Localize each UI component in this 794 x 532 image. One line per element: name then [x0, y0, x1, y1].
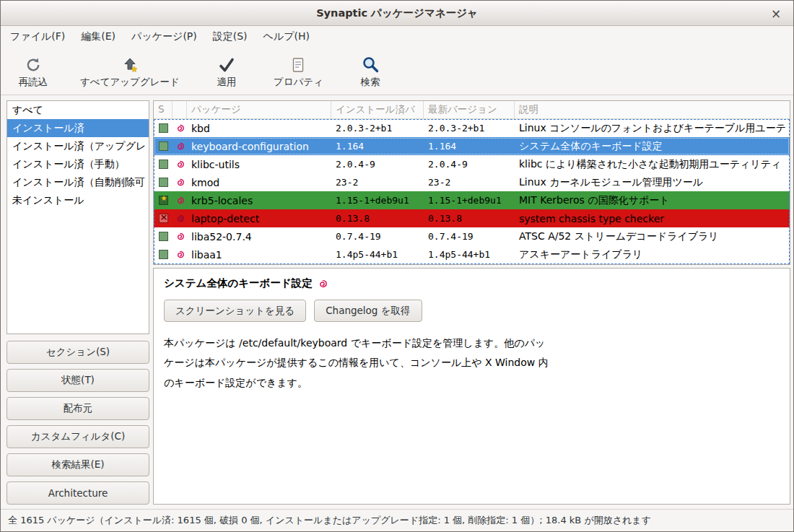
column-header-status[interactable]: S [154, 101, 173, 118]
description-line: のキーボード設定ができます。 [164, 373, 684, 393]
filter-item-installed[interactable]: インストール済 [7, 119, 149, 137]
search-button[interactable]: 検索 [348, 53, 393, 89]
search-results-button[interactable]: 検索結果(E) [6, 453, 149, 476]
column-header-description[interactable]: 説明 [515, 101, 790, 118]
upgrade-all-icon [121, 53, 139, 74]
details-description: 本パッケージは /etc/default/keyboard でキーボード設定を管… [164, 333, 684, 393]
properties-button[interactable]: プロパティ [274, 53, 323, 89]
installed-version: 2.0.3-2+b1 [331, 123, 424, 134]
content-area: すべて インストール済 インストール済（アップグレ インストール済（手動） イン… [1, 95, 793, 509]
custom-filters-button[interactable]: カスタムフィルタ(C) [6, 425, 149, 448]
status-marked-upgrade-icon [159, 196, 168, 205]
package-name: klibc-utils [187, 159, 331, 170]
reload-button[interactable]: 再読込 [11, 53, 56, 89]
menu-edit[interactable]: 編集(E) [73, 26, 123, 48]
latest-version: 1.4p5-44+b1 [424, 249, 515, 260]
apply-icon [218, 53, 235, 74]
installed-version: 0.7.4-19 [331, 231, 424, 242]
table-row-keyboard-configuration[interactable]: keyboard-configuration 1.164 1.164 システム全… [154, 137, 790, 155]
filter-item-installed-autoremovable[interactable]: インストール済（自動削除可 [7, 173, 149, 191]
debian-swirl-icon [173, 250, 187, 259]
debian-swirl-icon [318, 279, 328, 289]
upgrade-all-label: すべてアップグレード [80, 76, 180, 89]
description-line: 本パッケージは /etc/default/keyboard でキーボード設定を管… [164, 333, 684, 353]
installed-version: 1.164 [331, 141, 424, 152]
origin-button[interactable]: 配布元 [6, 397, 149, 420]
get-changelog-button[interactable]: Changelog を取得 [314, 300, 422, 322]
close-button[interactable]: × [767, 5, 785, 22]
package-name: keyboard-configuration [187, 141, 331, 152]
toolbar: 再読込 すべてアップグレード 適用 プロパティ 検索 [1, 48, 793, 95]
package-description: Linux コンソールのフォントおよびキーテーブル用ユーテ [515, 122, 790, 135]
filter-item-all[interactable]: すべて [7, 101, 149, 119]
debian-swirl-icon [173, 232, 187, 241]
package-name: kbd [187, 123, 331, 134]
status-installed-icon [159, 160, 168, 169]
latest-version: 2.0.4-9 [424, 159, 515, 170]
menubar: ファイル(F) 編集(E) パッケージ(P) 設定(S) ヘルプ(H) [1, 26, 793, 48]
package-name: kmod [187, 177, 331, 188]
search-icon [361, 53, 380, 74]
reload-icon [25, 53, 42, 74]
titlebar: Synaptic パッケージマネージャ × [1, 1, 793, 26]
debian-swirl-icon [173, 123, 187, 133]
column-header-supported[interactable] [173, 101, 187, 118]
filter-item-not-installed[interactable]: 未インストール [7, 191, 149, 209]
package-name: libaa1 [187, 249, 331, 261]
debian-swirl-icon [173, 160, 187, 169]
column-header-installed-version[interactable]: インストール済バ [331, 101, 424, 118]
installed-version: 0.13.8 [331, 213, 424, 224]
table-row-liba52[interactable]: liba52-0.7.4 0.7.4-19 0.7.4-19 ATSC A/52… [154, 227, 790, 245]
apply-label: 適用 [217, 76, 236, 89]
menu-help[interactable]: ヘルプ(H) [256, 26, 318, 48]
installed-version: 23-2 [331, 177, 424, 188]
sidebar-buttons: セクション(S) 状態(T) 配布元 カスタムフィルタ(C) 検索結果(E) A… [6, 341, 149, 505]
details-pane: システム全体のキーボード設定 スクリーンショットを見る Changelog を取… [153, 268, 790, 505]
package-description: MIT Kerberos の国際化サポート [515, 194, 790, 207]
view-screenshot-button[interactable]: スクリーンショットを見る [164, 300, 306, 322]
debian-swirl-icon [173, 214, 187, 223]
search-label: 検索 [360, 76, 380, 89]
properties-label: プロパティ [274, 76, 323, 89]
table-row-kbd[interactable]: kbd 2.0.3-2+b1 2.0.3-2+b1 Linux コンソールのフォ… [154, 119, 790, 137]
latest-version: 0.7.4-19 [424, 231, 515, 242]
package-name: krb5-locales [187, 195, 331, 206]
table-rows: kbd 2.0.3-2+b1 2.0.3-2+b1 Linux コンソールのフォ… [154, 119, 790, 264]
main-area: S パッケージ インストール済バ 最新バージョン 説明 kbd 2.0.3-2+… [153, 100, 790, 505]
column-header-package[interactable]: パッケージ [187, 101, 331, 118]
table-row-krb5-locales[interactable]: krb5-locales 1.15-1+deb9u1 1.15-1+deb9u1… [154, 191, 790, 209]
filter-item-installed-upgradable[interactable]: インストール済（アップグレ [7, 137, 149, 155]
reload-label: 再読込 [19, 76, 48, 89]
apply-button[interactable]: 適用 [204, 53, 249, 89]
menu-file[interactable]: ファイル(F) [2, 26, 73, 48]
table-row-klibc-utils[interactable]: klibc-utils 2.0.4-9 2.0.4-9 klibc により構築さ… [154, 155, 790, 173]
window-title: Synaptic パッケージマネージャ [316, 6, 478, 20]
architecture-button[interactable]: Architecture [6, 481, 149, 505]
menu-settings[interactable]: 設定(S) [205, 26, 256, 48]
filter-item-installed-manual[interactable]: インストール済（手動） [7, 155, 149, 173]
package-name: laptop-detect [187, 213, 331, 224]
details-buttons: スクリーンショットを見る Changelog を取得 [164, 300, 780, 322]
details-title-row: システム全体のキーボード設定 [164, 276, 780, 290]
latest-version: 1.15-1+deb9u1 [424, 195, 515, 206]
package-description: ATSC A/52 ストリームデコードライブラリ [515, 230, 790, 243]
table-row-kmod[interactable]: kmod 23-2 23-2 Linux カーネルモジュール管理用ツール [154, 173, 790, 191]
status-button[interactable]: 状態(T) [6, 369, 149, 392]
table-row-laptop-detect[interactable]: laptop-detect 0.13.8 0.13.8 system chass… [154, 209, 790, 227]
statusbar-text: 全 1615 パッケージ（インストール済: 1615 個, 破損 0 個, イン… [8, 514, 651, 527]
latest-version: 2.0.3-2+b1 [424, 123, 515, 134]
status-installed-icon [159, 123, 168, 133]
column-header-latest-version[interactable]: 最新バージョン [424, 101, 515, 118]
menu-package[interactable]: パッケージ(P) [123, 26, 205, 48]
package-description: アスキーアートライブラリ [515, 248, 790, 261]
package-description: system chassis type checker [515, 213, 790, 224]
installed-version: 2.0.4-9 [331, 159, 424, 170]
upgrade-all-button[interactable]: すべてアップグレード [80, 53, 180, 89]
package-description: Linux カーネルモジュール管理用ツール [515, 176, 790, 189]
sidebar: すべて インストール済 インストール済（アップグレ インストール済（手動） イン… [6, 100, 149, 505]
installed-version: 1.4p5-44+b1 [331, 249, 424, 260]
details-package-title: システム全体のキーボード設定 [164, 276, 313, 290]
table-row-libaa1[interactable]: libaa1 1.4p5-44+b1 1.4p5-44+b1 アスキーアートライ… [154, 245, 790, 263]
latest-version: 23-2 [424, 177, 515, 188]
sections-button[interactable]: セクション(S) [6, 341, 149, 364]
